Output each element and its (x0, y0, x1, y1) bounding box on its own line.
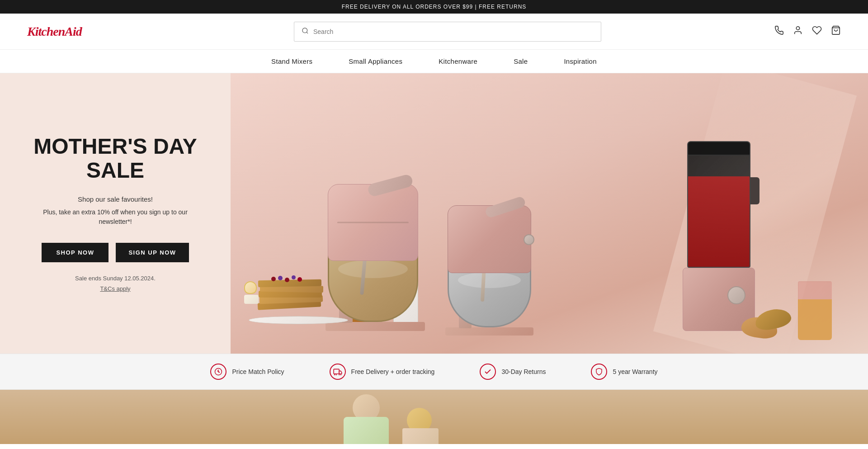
delivery-icon (330, 364, 346, 380)
food-toast (258, 263, 330, 317)
header-icons (769, 25, 841, 38)
hero-tc-link[interactable]: T&Cs apply (100, 285, 130, 292)
benefit-returns-text: 30-Day Returns (501, 368, 546, 375)
benefit-delivery-text: Free Delivery + order tracking (351, 368, 435, 375)
benefit-warranty-text: 5 year Warranty (613, 368, 657, 375)
wishlist-icon[interactable] (812, 25, 822, 38)
benefit-price-match-text: Price Match Policy (232, 368, 284, 375)
header: KitchenAid (0, 14, 868, 50)
hero-subtitle: Shop our sale favourites! (78, 195, 153, 203)
hero-title: MOTHER'S DAY SALE (23, 135, 208, 183)
benefit-warranty: 5 year Warranty (591, 364, 657, 380)
food-croissants (741, 304, 791, 340)
blender (683, 141, 760, 331)
benefits-bar: Price Match Policy Free Delivery + order… (0, 354, 868, 390)
search-icon (302, 27, 309, 36)
benefit-returns: 30-Day Returns (480, 364, 546, 380)
bottom-section (0, 390, 868, 444)
svg-point-2 (796, 27, 799, 30)
nav-item-stand-mixers[interactable]: Stand Mixers (271, 57, 312, 65)
benefit-delivery: Free Delivery + order tracking (330, 364, 435, 380)
hero-section: MOTHER'S DAY SALE Shop our sale favourit… (0, 73, 868, 354)
svg-point-7 (334, 374, 336, 375)
logo[interactable]: KitchenAid (27, 24, 82, 38)
hero-offer: Plus, take an extra 10% off when you sig… (43, 208, 188, 227)
svg-line-1 (307, 32, 308, 33)
search-area (127, 22, 769, 42)
svg-point-0 (302, 28, 307, 33)
main-nav: Stand Mixers Small Appliances Kitchenwar… (0, 50, 868, 73)
cart-icon[interactable] (831, 25, 841, 38)
svg-point-8 (339, 374, 341, 375)
svg-rect-6 (334, 369, 339, 373)
hero-image (231, 73, 868, 354)
top-banner: FREE DELIVERY ON ALL ORDERS OVER $99 | F… (0, 0, 868, 14)
shop-now-button[interactable]: SHOP NOW (42, 243, 108, 262)
price-match-icon (210, 364, 226, 380)
hero-left-panel: MOTHER'S DAY SALE Shop our sale favourit… (0, 73, 231, 354)
sign-up-button[interactable]: SIGN UP NOW (116, 243, 189, 262)
account-icon[interactable] (793, 25, 803, 38)
mixer-small (443, 191, 538, 336)
logo-area: KitchenAid (27, 24, 127, 39)
nav-item-sale[interactable]: Sale (514, 57, 528, 65)
hero-right-panel (231, 73, 868, 354)
hero-sale-end: Sale ends Sunday 12.05.2024. (75, 275, 156, 282)
search-box[interactable] (294, 22, 601, 42)
hero-buttons: SHOP NOW SIGN UP NOW (42, 243, 189, 262)
support-icon[interactable] (774, 25, 784, 38)
returns-icon (480, 364, 496, 380)
benefit-price-match: Price Match Policy (210, 364, 284, 380)
warranty-icon (591, 364, 607, 380)
banner-text: FREE DELIVERY ON ALL ORDERS OVER $99 | F… (342, 4, 527, 10)
search-input[interactable] (313, 28, 594, 35)
food-glass (798, 281, 832, 340)
nav-item-kitchenware[interactable]: Kitchenware (439, 57, 477, 65)
food-egg (244, 281, 259, 304)
mixer-large (321, 168, 429, 331)
nav-item-small-appliances[interactable]: Small Appliances (349, 57, 402, 65)
nav-item-inspiration[interactable]: Inspiration (564, 57, 597, 65)
